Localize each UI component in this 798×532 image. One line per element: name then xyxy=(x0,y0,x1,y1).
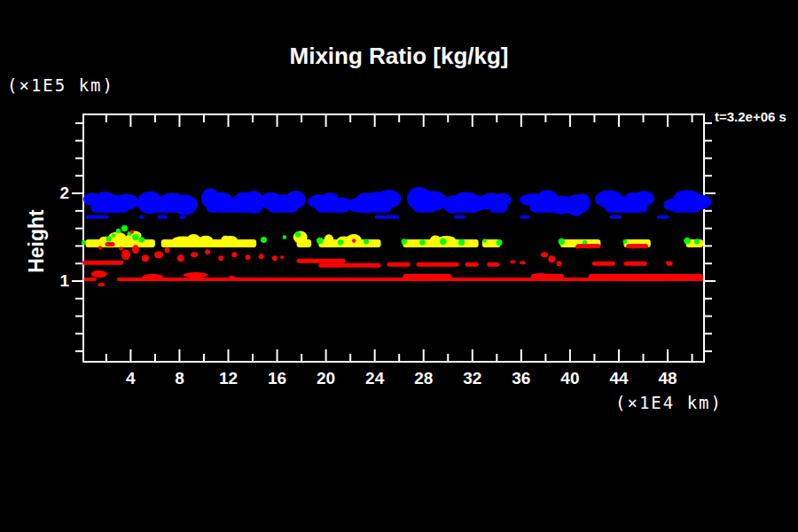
time-annotation: t=3.2e+06 s xyxy=(715,109,786,124)
ellipse xyxy=(377,190,402,208)
red-layer-segment xyxy=(297,259,346,263)
red-layer-segment xyxy=(416,262,458,267)
blue-cloud-base-dash xyxy=(520,215,529,219)
red-layer-blob xyxy=(205,249,210,254)
surface-blob xyxy=(532,273,550,278)
blue-cloud-blob xyxy=(137,192,198,215)
red-layer-blob xyxy=(272,255,278,261)
blue-cloud-base-dash xyxy=(375,215,400,219)
red-layer-blob xyxy=(177,254,184,262)
red-layer-blob xyxy=(132,245,139,254)
blue-cloud-blob xyxy=(261,191,306,213)
blue-cloud-blob xyxy=(480,192,512,212)
screen: { "page": { "background": "#000000", "fo… xyxy=(0,0,798,532)
green-speck xyxy=(338,239,343,245)
green-speck xyxy=(121,225,128,231)
surface-line-thick xyxy=(589,274,703,281)
x-tick-label: 44 xyxy=(597,369,641,388)
red-layer-blob xyxy=(280,255,284,259)
layer-mid-cloud xyxy=(85,231,702,247)
x-tick-label: 8 xyxy=(157,369,201,388)
blue-cloud-base-dash xyxy=(85,215,108,219)
ellipse xyxy=(633,191,654,206)
red-layer-segment xyxy=(105,242,114,246)
red-layer-segment xyxy=(576,244,601,248)
green-speck xyxy=(559,239,565,245)
green-speck xyxy=(482,239,486,242)
blue-cloud-base-dash xyxy=(158,215,168,219)
blue-cloud-base-dash xyxy=(139,215,145,219)
blue-cloud-blob xyxy=(407,187,448,213)
red-layer-segment xyxy=(318,263,380,268)
ellipse xyxy=(416,191,448,211)
red-layer-segment xyxy=(82,261,123,265)
surface-line-thick xyxy=(403,274,451,281)
red-speck xyxy=(352,239,356,242)
red-layer-blob xyxy=(510,260,515,263)
green-speck xyxy=(419,239,425,245)
ellipse xyxy=(575,193,590,212)
surface-blob xyxy=(142,274,163,279)
surface-blob xyxy=(606,274,620,279)
yellow-blob xyxy=(173,236,194,243)
plot-title: Mixing Ratio [kg/kg] xyxy=(0,43,798,70)
x-tick-label: 4 xyxy=(108,369,153,388)
blue-cloud-blob xyxy=(308,192,352,213)
red-layer-blob xyxy=(541,252,548,257)
surface-blob xyxy=(183,272,207,278)
red-layer-segment xyxy=(387,262,410,267)
blue-cloud-blob xyxy=(201,188,264,214)
red-layer-segment xyxy=(466,262,479,267)
surface-blob xyxy=(229,276,236,279)
green-speck xyxy=(684,238,691,245)
x-tick-label: 16 xyxy=(255,369,300,388)
blue-cloud-blob xyxy=(347,190,401,213)
red-layer-blob xyxy=(231,252,237,257)
red-layer-blob xyxy=(121,249,130,260)
red-layer-segment xyxy=(487,262,499,267)
blue-cloud-base-dash xyxy=(657,215,669,219)
green-speck xyxy=(106,236,111,241)
green-speck xyxy=(282,235,286,239)
x-tick-label: 28 xyxy=(402,369,446,388)
layer-rain xyxy=(82,230,673,267)
red-layer-blob xyxy=(557,261,562,266)
x-axis-unit-label: (×1E4 km) xyxy=(615,393,723,412)
surface-blob xyxy=(91,270,107,278)
green-speck xyxy=(440,239,446,245)
yellow-blob xyxy=(293,231,308,244)
green-speck xyxy=(364,239,369,244)
red-layer-blob xyxy=(520,261,525,264)
surface-rain-line xyxy=(83,270,703,286)
green-speck xyxy=(261,237,267,243)
green-speck xyxy=(132,234,138,240)
green-speck xyxy=(622,239,627,244)
red-layer-blob xyxy=(548,255,555,262)
x-tick-label: 24 xyxy=(353,369,397,388)
blue-cloud-blob xyxy=(83,192,139,213)
red-layer-segment xyxy=(592,262,615,266)
red-layer-blob xyxy=(154,251,163,258)
red-speck xyxy=(119,246,122,250)
ellipse xyxy=(687,194,712,210)
red-layer-blob xyxy=(666,261,669,264)
ellipse xyxy=(172,194,198,215)
red-layer-blob xyxy=(142,254,149,262)
yellow-bump xyxy=(325,234,334,245)
y-tick-label: 1 xyxy=(35,272,69,290)
red-layer-blob xyxy=(259,254,264,259)
green-speck xyxy=(82,240,86,245)
red-layer-segment xyxy=(626,244,648,248)
y-axis-unit-label: (×1E5 km) xyxy=(7,75,114,95)
red-layer-blob xyxy=(218,255,223,261)
red-speck xyxy=(130,230,134,233)
x-tick-label: 12 xyxy=(206,369,250,388)
x-tick-label: 40 xyxy=(548,369,592,388)
surface-line-fragment xyxy=(83,278,96,281)
green-speck xyxy=(295,231,301,238)
green-speck xyxy=(116,229,121,234)
red-speck xyxy=(98,246,102,249)
red-layer-segment xyxy=(623,262,646,266)
blue-cloud-base-dash xyxy=(609,215,622,219)
x-tick-label: 20 xyxy=(304,369,348,388)
